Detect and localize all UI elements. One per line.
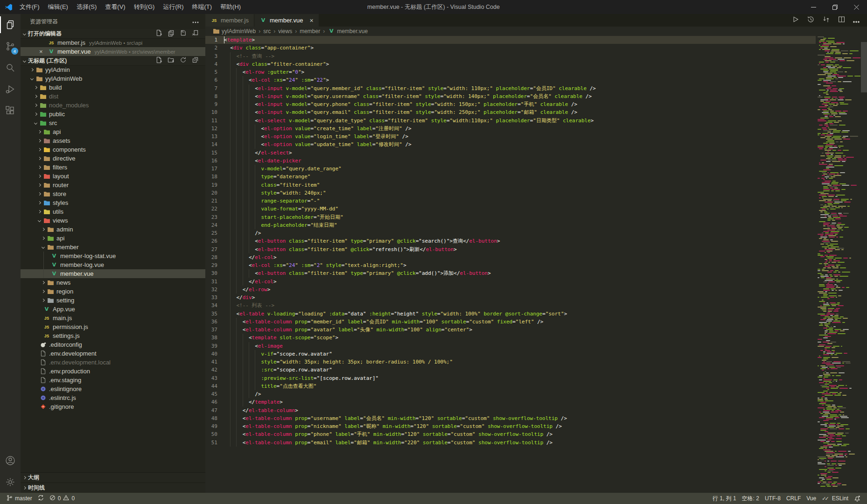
- menu-item[interactable]: 文件(F): [15, 0, 44, 14]
- code-line[interactable]: 19 class="filter-item": [205, 181, 816, 189]
- extensions-icon[interactable]: [0, 100, 21, 121]
- editor-layout-icon[interactable]: [168, 29, 175, 38]
- settings-gear-icon[interactable]: [0, 471, 21, 493]
- indentation[interactable]: 空格: 2: [739, 493, 762, 504]
- code-line[interactable]: 47 </el-table-column>: [205, 406, 816, 414]
- accounts-icon[interactable]: [0, 450, 21, 471]
- eol-sequence[interactable]: CRLF: [783, 493, 804, 504]
- code-line[interactable]: 31 </el-col>: [205, 278, 816, 286]
- tree-item-public[interactable]: public: [21, 110, 205, 119]
- tree-item-store[interactable]: store: [21, 189, 205, 198]
- tree-item-member[interactable]: member: [21, 243, 205, 252]
- scrollbar[interactable]: [861, 42, 867, 92]
- tree-item-main.js[interactable]: JSmain.js: [21, 314, 205, 322]
- tree-item-App.vue[interactable]: VApp.vue: [21, 305, 205, 314]
- refresh-icon[interactable]: [180, 56, 187, 65]
- open-editor-member-js[interactable]: JS member.js yylAdminWeb • src\api: [21, 38, 205, 47]
- tab-member-js[interactable]: JS member.js: [205, 14, 254, 27]
- code-line[interactable]: 41 style="width: 35px; height: 35px; bor…: [205, 358, 816, 366]
- code-line[interactable]: 14 <el-option value="update_time" label=…: [205, 140, 816, 148]
- tab-member-vue[interactable]: V member.vue ×: [254, 14, 319, 27]
- menu-item[interactable]: 查看(V): [101, 0, 129, 14]
- tree-item-yylAdmin[interactable]: yylAdmin: [21, 65, 205, 74]
- tree-item-build[interactable]: build: [21, 83, 205, 92]
- more-actions-icon[interactable]: [853, 16, 860, 25]
- code-line[interactable]: 51 <el-table-column prop="email" label="…: [205, 439, 816, 447]
- menu-item[interactable]: 转到(G): [130, 0, 159, 14]
- code-line[interactable]: 25 />: [205, 229, 816, 237]
- git-branch-item[interactable]: master: [4, 493, 35, 504]
- close-icon[interactable]: [846, 0, 867, 14]
- tree-item-member.vue[interactable]: Vmember.vue: [21, 269, 205, 278]
- menu-item[interactable]: 选择(S): [72, 0, 101, 14]
- close-icon[interactable]: ×: [310, 17, 314, 24]
- code-line[interactable]: 17 v-model="query.date_range": [205, 165, 816, 173]
- run-debug-icon[interactable]: [0, 78, 21, 100]
- tree-item-.env.staging[interactable]: .env.staging: [21, 376, 205, 385]
- code-line[interactable]: 38 <template slot-scope="scope">: [205, 334, 816, 342]
- open-changes-icon[interactable]: [822, 15, 830, 25]
- tree-item-styles[interactable]: styles: [21, 198, 205, 207]
- language-mode[interactable]: Vue: [804, 493, 819, 504]
- code-line[interactable]: 49 <el-table-column prop="nickname" labe…: [205, 422, 816, 430]
- sync-item[interactable]: [35, 493, 47, 504]
- code-line[interactable]: 1<template>: [205, 36, 816, 44]
- code-line[interactable]: 24 end-placeholder="结束日期": [205, 221, 816, 229]
- save-all-icon[interactable]: [180, 29, 187, 38]
- code-line[interactable]: 18 type="daterange": [205, 173, 816, 181]
- tree-item-news[interactable]: news: [21, 278, 205, 287]
- tree-item-.eslintrc.js[interactable]: .eslintrc.js: [21, 393, 205, 402]
- problems-item[interactable]: 0 0: [47, 493, 77, 504]
- tree-item-.editorconfig[interactable]: .editorconfig: [21, 340, 205, 349]
- code-line[interactable]: 29 <el-col :xs="24" :sm="2" style="text-…: [205, 261, 816, 269]
- cursor-position[interactable]: 行 1, 列 1: [710, 493, 739, 504]
- code-line[interactable]: 9 <el-input v-model="query.phone" class=…: [205, 100, 816, 108]
- open-editors-section-header[interactable]: 打开的编辑器: [21, 29, 205, 38]
- code-line[interactable]: 5 <el-row :gutter="0">: [205, 68, 816, 76]
- code-line[interactable]: 21 range-separator="-": [205, 197, 816, 205]
- code-line[interactable]: 8 <el-input v-model="query.username" cla…: [205, 92, 816, 100]
- code-line[interactable]: 16 <el-date-picker: [205, 157, 816, 165]
- code-line[interactable]: 20 style="width: 240px;": [205, 189, 816, 197]
- code-line[interactable]: 39 <el-image: [205, 342, 816, 350]
- tree-item-settings.js[interactable]: JSsettings.js: [21, 331, 205, 340]
- timeline-section-header[interactable]: 时间线: [21, 483, 205, 493]
- tree-item-components[interactable]: components: [21, 145, 205, 154]
- code-line[interactable]: 22 value-format="yyyy-MM-dd": [205, 205, 816, 213]
- code-line[interactable]: 30 <el-button class="filter-item" type="…: [205, 269, 816, 277]
- explorer-icon[interactable]: [0, 14, 21, 35]
- menu-item[interactable]: 编辑(E): [44, 0, 72, 14]
- run-icon[interactable]: [791, 15, 799, 25]
- code-line[interactable]: 11 <el-select v-model="query.date_type" …: [205, 117, 816, 125]
- menu-item[interactable]: 运行(R): [159, 0, 188, 14]
- encoding[interactable]: UTF-8: [762, 493, 783, 504]
- code-line[interactable]: 2 <div class="app-container">: [205, 44, 816, 52]
- menu-item[interactable]: 终端(T): [188, 0, 216, 14]
- code-line[interactable]: 45 />: [205, 390, 816, 398]
- breadcrumb-item[interactable]: src: [263, 28, 271, 35]
- code-line[interactable]: 36 <el-table-column prop="member_id" lab…: [205, 318, 816, 326]
- collapse-folders-icon[interactable]: [192, 56, 199, 65]
- tree-item-.env.production[interactable]: .env.production: [21, 367, 205, 376]
- code-line[interactable]: 40 v-if="scope.row.avatar": [205, 350, 816, 358]
- code-line[interactable]: 37 <el-table-column prop="avatar" label=…: [205, 326, 816, 334]
- menu-item[interactable]: 帮助(H): [216, 0, 245, 14]
- tree-item-.env.development.local[interactable]: .env.development.local: [21, 358, 205, 367]
- minimize-icon[interactable]: [803, 0, 824, 14]
- code-line[interactable]: 33 </div>: [205, 294, 816, 301]
- breadcrumb-item[interactable]: Vmember.vue: [328, 28, 368, 35]
- breadcrumb-item[interactable]: yylAdminWeb: [212, 28, 256, 35]
- tree-item-admin[interactable]: admin: [21, 225, 205, 234]
- code-line[interactable]: 46 </template>: [205, 398, 816, 406]
- tree-item-yylAdminWeb[interactable]: yylAdminWeb: [21, 74, 205, 83]
- code-line[interactable]: 10 <el-input v-model="query.email" class…: [205, 108, 816, 116]
- restore-icon[interactable]: [824, 0, 846, 14]
- breadcrumb-item[interactable]: views: [278, 28, 292, 35]
- tree-item-dist[interactable]: dist: [21, 92, 205, 101]
- eslint-status[interactable]: ✓✓ESLint: [819, 493, 851, 504]
- code-line[interactable]: 26 <el-button class="filter-item" type="…: [205, 237, 816, 245]
- tree-item-member-log.vue[interactable]: Vmember-log.vue: [21, 260, 205, 269]
- new-file-icon[interactable]: [155, 56, 162, 65]
- code-line[interactable]: 13 <el-option value="login_time" label="…: [205, 133, 816, 140]
- code-line[interactable]: 12 <el-option value="create_time" label=…: [205, 125, 816, 133]
